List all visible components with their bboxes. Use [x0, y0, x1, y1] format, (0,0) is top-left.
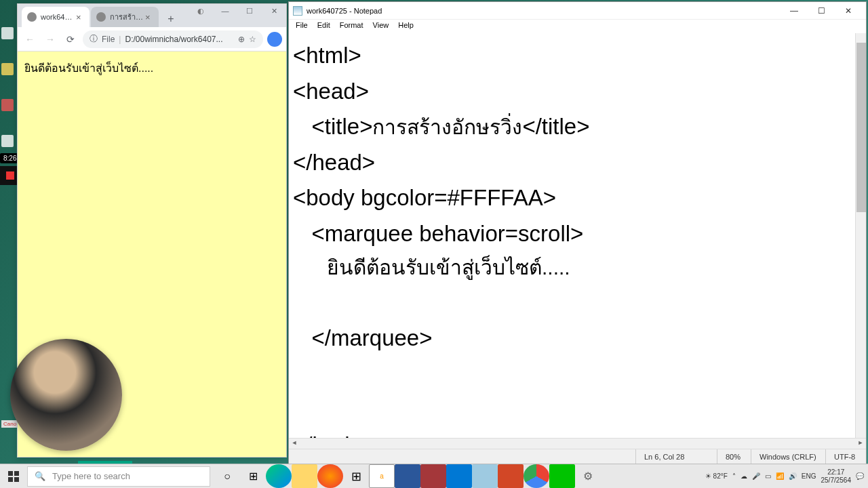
status-position: Ln 6, Col 28 — [635, 449, 717, 464]
notepad-window: work640725 - Notepad — ☐ ✕ File Edit For… — [288, 1, 867, 464]
dropbox-icon[interactable]: ⊞ — [343, 464, 369, 488]
tab-label: work640... — [41, 13, 74, 21]
svg-rect-3 — [14, 477, 19, 482]
weather-widget[interactable]: ☀ 82°F — [705, 472, 728, 480]
system-tray: ☀ 82°F ˄ ☁ 🎤 ▭ 📶 🔊 ENG 22:17 25/7/2564 💬 — [705, 464, 868, 488]
taskbar-clock[interactable]: 22:17 25/7/2564 — [821, 468, 852, 485]
desktop-icon[interactable] — [1, 63, 14, 75]
search-placeholder: Type here to search — [52, 471, 130, 481]
taskbar-search[interactable]: 🔍 Type here to search — [27, 466, 210, 487]
search-icon: 🔍 — [35, 471, 45, 481]
address-bar[interactable]: ⓘ File | D:/00wimnicha/work6407... ⊕ ☆ — [83, 30, 263, 48]
start-button[interactable] — [0, 464, 27, 488]
access-icon[interactable] — [420, 464, 446, 488]
globe-icon — [96, 12, 106, 22]
svg-rect-0 — [8, 471, 13, 476]
desktop-icon[interactable] — [1, 135, 14, 147]
volume-icon[interactable]: 🔊 — [789, 472, 797, 480]
maximize-button[interactable]: ☐ — [808, 3, 835, 19]
notepad-taskbar-icon[interactable] — [472, 464, 498, 488]
notepad-editor[interactable]: <html> <head> <title>การสร้างอักษรวิ่ง</… — [289, 33, 855, 438]
menu-view[interactable]: View — [369, 20, 393, 33]
marquee-text: ยินดีต้อนรับเข้าสู่เว็บไซต์..... — [24, 62, 153, 74]
mic-icon[interactable]: 🎤 — [752, 472, 760, 480]
webcam-overlay[interactable] — [10, 339, 122, 451]
amazon-icon[interactable]: a — [369, 464, 395, 488]
notepad-window-controls: — ☐ ✕ — [781, 3, 862, 19]
edge-icon[interactable] — [266, 464, 292, 488]
forward-button[interactable]: → — [42, 31, 58, 47]
chrome-toolbar: ← → ⟳ ⓘ File | D:/00wimnicha/work6407...… — [18, 27, 286, 52]
minimize-button[interactable]: — — [781, 3, 808, 19]
menu-format[interactable]: Format — [336, 20, 368, 33]
reload-button[interactable]: ⟳ — [62, 31, 79, 47]
notepad-titlebar[interactable]: work640725 - Notepad — ☐ ✕ — [289, 2, 866, 20]
notepad-menubar: File Edit Format View Help — [289, 20, 866, 33]
close-icon[interactable]: × — [76, 12, 84, 22]
desktop-icon[interactable] — [1, 99, 14, 111]
url-text: D:/00wimnicha/work6407... — [125, 35, 234, 44]
explorer-icon[interactable] — [292, 464, 317, 488]
word-icon[interactable] — [395, 464, 420, 488]
sun-icon: ☀ — [705, 472, 711, 480]
menu-edit[interactable]: Edit — [313, 20, 334, 33]
horizontal-scrollbar[interactable]: ◄► — [289, 438, 866, 449]
minimize-button[interactable]: — — [217, 7, 233, 16]
vertical-scrollbar[interactable] — [855, 33, 866, 438]
desktop-icon[interactable] — [1, 27, 14, 39]
taskbar-apps: ○ ⊞ ⊞ a ⚙ — [214, 464, 601, 488]
close-icon[interactable]: × — [145, 12, 153, 22]
battery-icon[interactable]: ▭ — [765, 472, 771, 480]
zoom-icon[interactable]: ⊕ — [238, 35, 245, 44]
star-icon[interactable]: ☆ — [249, 35, 256, 44]
settings-icon[interactable]: ⚙ — [575, 464, 601, 488]
menu-file[interactable]: File — [292, 20, 312, 33]
notepad-icon — [293, 6, 302, 16]
browser-tab[interactable]: การสร้างอั × — [91, 7, 159, 27]
profile-avatar[interactable] — [267, 32, 282, 47]
powerpoint-icon[interactable] — [498, 464, 524, 488]
info-icon[interactable]: ⓘ — [90, 33, 98, 45]
incognito-icon: ◐ — [193, 7, 209, 16]
language-indicator[interactable]: ENG — [802, 472, 816, 480]
chevron-up-icon[interactable]: ˄ — [732, 472, 736, 480]
svg-rect-1 — [14, 471, 19, 476]
notepad-statusbar: Ln 6, Col 28 80% Windows (CRLF) UTF-8 — [289, 449, 866, 464]
mail-icon[interactable] — [446, 464, 472, 488]
tab-label: การสร้างอั — [110, 11, 143, 23]
browser-tab[interactable]: work640... × — [22, 7, 90, 27]
wifi-icon[interactable]: 📶 — [776, 472, 784, 480]
svg-rect-2 — [8, 477, 13, 482]
window-title: work640725 - Notepad — [307, 7, 382, 15]
canon-icon[interactable]: Cano — [1, 420, 18, 428]
url-scheme: File — [102, 35, 115, 44]
chrome-window-controls: ◐ — ☐ ✕ — [193, 7, 282, 16]
firefox-icon[interactable] — [317, 464, 343, 488]
maximize-button[interactable]: ☐ — [241, 7, 258, 16]
cortana-icon[interactable]: ○ — [214, 464, 240, 488]
chrome-taskbar-icon[interactable] — [524, 464, 549, 488]
line-icon[interactable] — [549, 464, 575, 488]
taskview-icon[interactable]: ⊞ — [240, 464, 266, 488]
close-button[interactable]: ✕ — [835, 3, 862, 19]
status-zoom: 80% — [717, 449, 751, 464]
onedrive-icon[interactable]: ☁ — [741, 472, 747, 480]
status-eol: Windows (CRLF) — [751, 449, 825, 464]
notifications-icon[interactable]: 💬 — [856, 472, 864, 480]
close-button[interactable]: ✕ — [266, 7, 282, 16]
new-tab-button[interactable]: + — [163, 11, 179, 27]
menu-help[interactable]: Help — [394, 20, 418, 33]
status-encoding: UTF-8 — [825, 449, 866, 464]
taskbar: 🔍 Type here to search ○ ⊞ ⊞ a ⚙ ☀ 82°F ˄… — [0, 464, 868, 488]
back-button[interactable]: ← — [22, 31, 38, 47]
globe-icon — [27, 12, 37, 22]
chrome-tabstrip: work640... × การสร้างอั × + ◐ — ☐ ✕ — [18, 4, 286, 27]
